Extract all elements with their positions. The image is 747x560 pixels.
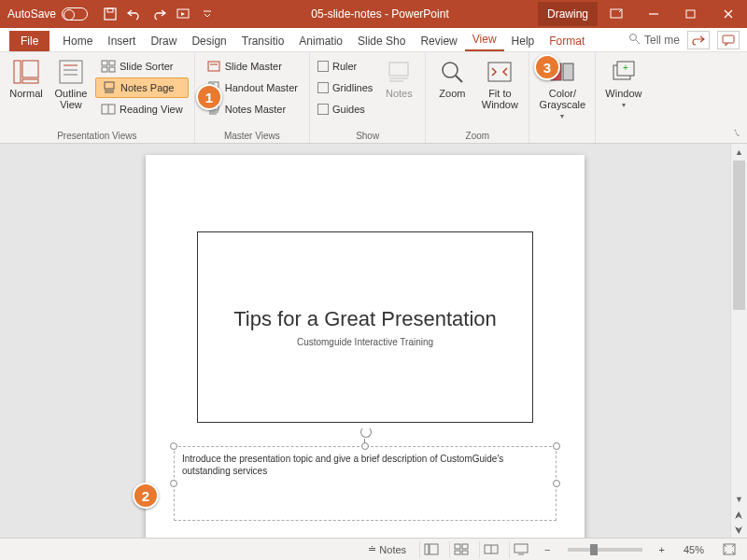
tab-design[interactable]: Design bbox=[184, 31, 233, 51]
rotate-handle-icon[interactable] bbox=[358, 424, 373, 439]
svg-point-9 bbox=[629, 35, 636, 41]
selection-handle[interactable] bbox=[170, 442, 177, 450]
tab-draw[interactable]: Draw bbox=[143, 31, 184, 51]
collapse-ribbon-icon[interactable]: ㄟ bbox=[732, 126, 741, 139]
fit-to-window-icon bbox=[486, 58, 514, 86]
fit-to-window-label: Fit to Window bbox=[480, 88, 519, 110]
ribbon-view: Normal Outline View Slide Sorter Notes P… bbox=[0, 52, 747, 144]
status-bar: ≐ Notes − + 45% bbox=[0, 538, 747, 560]
redo-icon[interactable] bbox=[148, 3, 170, 25]
notes-status-icon: ≐ bbox=[368, 543, 376, 555]
tab-insert[interactable]: Insert bbox=[100, 31, 143, 51]
reading-view-status-button[interactable] bbox=[479, 541, 501, 558]
fit-to-window-status-button[interactable] bbox=[717, 541, 741, 557]
svg-rect-14 bbox=[22, 79, 38, 83]
share-button[interactable] bbox=[687, 31, 710, 49]
tab-slideshow[interactable]: Slide Sho bbox=[350, 31, 413, 51]
ruler-checkbox[interactable]: Ruler bbox=[316, 56, 374, 77]
tab-file[interactable]: File bbox=[9, 31, 49, 51]
slide-master-button[interactable]: Slide Master bbox=[201, 56, 303, 77]
ribbon-display-options-icon[interactable] bbox=[598, 0, 635, 28]
svg-rect-52 bbox=[462, 551, 468, 554]
zoom-button[interactable]: Zoom bbox=[431, 56, 472, 101]
title-bar: AutoSave 05-slide-notes - PowerPoint Dra… bbox=[0, 0, 747, 28]
tab-home[interactable]: Home bbox=[55, 31, 100, 51]
comments-button[interactable] bbox=[717, 31, 740, 49]
outline-view-button[interactable]: Outline View bbox=[50, 56, 92, 112]
zoom-out-button[interactable]: − bbox=[539, 542, 556, 557]
svg-rect-1 bbox=[107, 8, 113, 12]
checkbox-icon bbox=[317, 104, 329, 115]
notes-pane-toggle[interactable]: ≐ Notes bbox=[362, 541, 412, 557]
callout-2: 2 bbox=[133, 483, 159, 509]
svg-line-10 bbox=[636, 40, 640, 44]
drawing-mode-badge[interactable]: Drawing bbox=[538, 2, 598, 26]
autosave-control[interactable]: AutoSave bbox=[0, 7, 95, 21]
svg-rect-49 bbox=[455, 544, 460, 549]
save-icon[interactable] bbox=[99, 3, 121, 25]
normal-view-status-button[interactable] bbox=[419, 541, 442, 558]
scroll-up-icon[interactable]: ▲ bbox=[731, 144, 747, 161]
zoom-level[interactable]: 45% bbox=[678, 542, 710, 557]
zoom-slider-knob[interactable] bbox=[590, 544, 598, 555]
svg-rect-28 bbox=[208, 62, 219, 71]
maximize-icon[interactable] bbox=[672, 0, 710, 28]
notes-toggle-button[interactable]: Notes bbox=[378, 56, 419, 101]
gridlines-checkbox[interactable]: Gridlines bbox=[316, 77, 374, 98]
tab-review[interactable]: Review bbox=[413, 31, 464, 51]
scrollbar-thumb[interactable] bbox=[733, 161, 745, 310]
zoom-label: Zoom bbox=[439, 88, 465, 99]
undo-icon[interactable] bbox=[123, 3, 146, 25]
slide-sorter-button[interactable]: Slide Sorter bbox=[95, 56, 189, 77]
normal-view-button[interactable]: Normal bbox=[6, 56, 47, 101]
reading-view-label: Reading View bbox=[120, 104, 183, 115]
vertical-scrollbar[interactable]: ▲ ▼ ⮝ ⮟ bbox=[730, 144, 747, 538]
slide-subtitle: Customguide Interactive Training bbox=[297, 337, 433, 347]
tab-help[interactable]: Help bbox=[504, 31, 543, 51]
scroll-down-icon[interactable]: ▼ bbox=[731, 491, 747, 508]
svg-rect-0 bbox=[105, 8, 116, 20]
tab-animations[interactable]: Animatio bbox=[291, 31, 350, 51]
tab-transitions[interactable]: Transitio bbox=[234, 31, 292, 51]
window-button[interactable]: + Window ▾ bbox=[601, 56, 645, 111]
guides-checkbox[interactable]: Guides bbox=[316, 99, 374, 119]
slide-thumbnail[interactable]: Tips for a Great Presentation Customguid… bbox=[197, 231, 533, 423]
qat-customize-icon[interactable] bbox=[196, 3, 218, 25]
selection-handle[interactable] bbox=[361, 442, 369, 450]
start-from-beginning-icon[interactable] bbox=[172, 3, 194, 25]
callout-3: 3 bbox=[534, 54, 560, 80]
close-icon[interactable] bbox=[710, 0, 747, 28]
slide-master-label: Slide Master bbox=[225, 61, 282, 72]
reading-view-button[interactable]: Reading View bbox=[95, 99, 189, 119]
guides-label: Guides bbox=[332, 104, 365, 115]
fit-to-window-button[interactable]: Fit to Window bbox=[476, 56, 523, 112]
search-icon bbox=[628, 33, 641, 48]
tell-me-label: Tell me bbox=[644, 34, 680, 47]
zoom-in-button[interactable]: + bbox=[654, 542, 670, 557]
notes-page-button[interactable]: Notes Page bbox=[95, 77, 189, 98]
presentation-views-group-label: Presentation Views bbox=[6, 129, 189, 141]
scrollbar-track[interactable] bbox=[731, 161, 747, 491]
selection-handle[interactable] bbox=[553, 480, 560, 487]
svg-rect-51 bbox=[455, 551, 460, 554]
next-slide-icon[interactable]: ⮟ bbox=[731, 523, 747, 538]
zoom-slider[interactable] bbox=[568, 548, 642, 552]
canvas-viewport[interactable]: Tips for a Great Presentation Customguid… bbox=[0, 144, 730, 538]
previous-slide-icon[interactable]: ⮝ bbox=[731, 508, 747, 523]
notes-text-box[interactable]: Introduce the presentation topic and giv… bbox=[174, 446, 557, 521]
selection-handle[interactable] bbox=[170, 480, 177, 487]
slide-sorter-status-button[interactable] bbox=[449, 541, 472, 558]
slideshow-status-button[interactable] bbox=[509, 541, 531, 558]
show-group-label: Show bbox=[316, 129, 419, 141]
tab-format[interactable]: Format bbox=[542, 31, 592, 51]
minimize-icon[interactable] bbox=[635, 0, 672, 28]
svg-line-40 bbox=[456, 76, 462, 82]
svg-rect-11 bbox=[723, 35, 734, 43]
slide-sorter-label: Slide Sorter bbox=[120, 61, 173, 72]
tab-view[interactable]: View bbox=[465, 29, 504, 51]
window-controls bbox=[598, 0, 747, 28]
notes-toggle-label: Notes bbox=[386, 88, 413, 99]
selection-handle[interactable] bbox=[553, 442, 560, 450]
slide-sorter-icon bbox=[101, 59, 116, 74]
tell-me-search[interactable]: Tell me bbox=[628, 33, 680, 48]
